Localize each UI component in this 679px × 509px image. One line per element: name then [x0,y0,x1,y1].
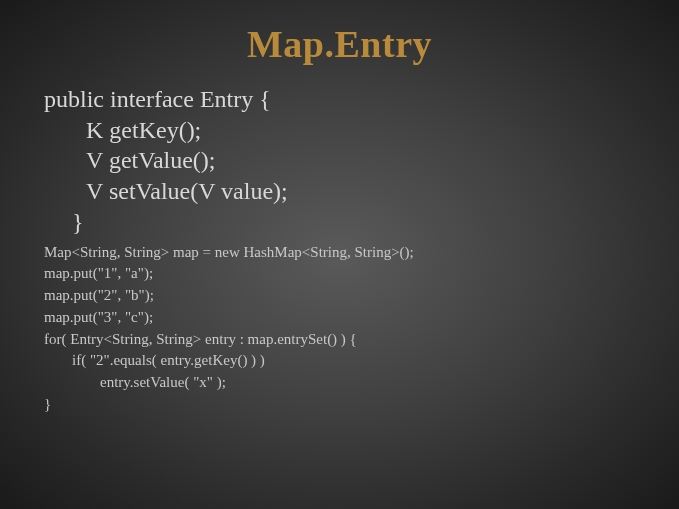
interface-block: public interface Entry { K getKey(); V g… [44,84,635,238]
code-put-2: map.put("2", "b"); [44,285,635,307]
code-put-1: map.put("1", "a"); [44,263,635,285]
code-block: Map<String, String> map = new HashMap<St… [44,242,635,416]
code-for: for( Entry<String, String> entry : map.e… [44,329,635,351]
code-setvalue: entry.setValue( "x" ); [44,372,635,394]
interface-decl: public interface Entry { [44,84,635,115]
slide-title: Map.Entry [44,22,635,66]
interface-method-getkey: K getKey(); [44,115,635,146]
slide: Map.Entry public interface Entry { K get… [0,0,679,509]
interface-close: } [44,207,635,238]
code-close: } [44,394,635,416]
code-map-decl: Map<String, String> map = new HashMap<St… [44,242,635,264]
interface-method-setvalue: V setValue(V value); [44,176,635,207]
interface-method-getvalue: V getValue(); [44,145,635,176]
code-if: if( "2".equals( entry.getKey() ) ) [44,350,635,372]
code-put-3: map.put("3", "c"); [44,307,635,329]
